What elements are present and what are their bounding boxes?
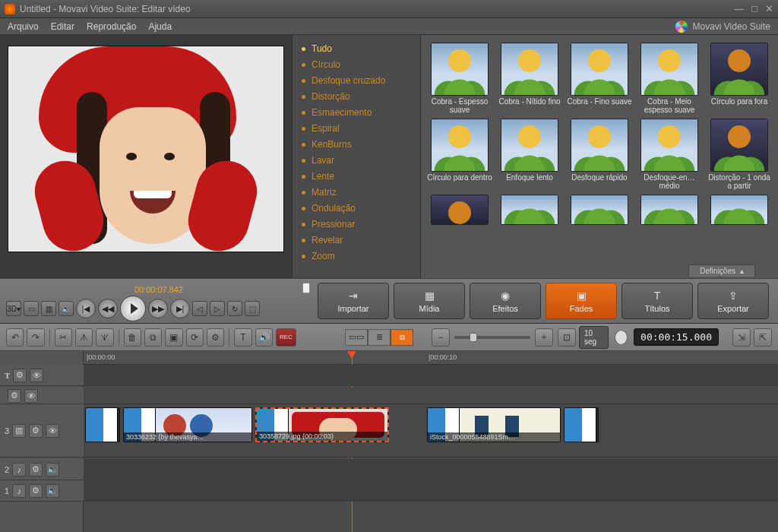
title-tool-button[interactable]: T (234, 328, 251, 347)
zoom-knob[interactable] (470, 333, 477, 342)
fx-tile[interactable]: Círculo para fora (707, 43, 772, 114)
zoom-in-button[interactable]: ＋ (535, 328, 553, 347)
cut-right-button[interactable]: ⩛ (96, 328, 113, 347)
category-zoom[interactable]: Zoom (293, 249, 420, 264)
delete-button[interactable]: 🗑 (124, 328, 141, 347)
track-settings-icon[interactable]: ⚙ (8, 389, 21, 403)
zoom-out-button[interactable]: − (432, 328, 450, 347)
track-visibility-icon[interactable]: 👁 (46, 424, 59, 438)
fx-tile[interactable]: Desfoque-en… médio (637, 119, 702, 190)
category-kenburns[interactable]: KenBurns (293, 137, 420, 153)
seek-knob[interactable] (302, 283, 310, 293)
action-titulos[interactable]: TTítulos (621, 283, 693, 319)
fx-tile[interactable] (497, 195, 562, 225)
category-matriz[interactable]: Matriz (293, 185, 420, 201)
cut-button[interactable]: ✂ (55, 328, 72, 347)
category-distorcao[interactable]: Distorção (293, 89, 420, 105)
category-esmaecimento[interactable]: Esmaecimento (293, 105, 420, 121)
loop-button[interactable]: ↻ (227, 301, 242, 316)
category-revelar[interactable]: Revelar (293, 233, 420, 249)
action-fades[interactable]: ▣Fades (546, 283, 617, 319)
rewind-button[interactable]: ◀◀ (98, 299, 118, 318)
fx-tile[interactable] (427, 195, 492, 225)
play-button[interactable] (120, 296, 146, 321)
cut-left-button[interactable]: ⩚ (75, 328, 93, 347)
zoom-fit-button[interactable]: ⊡ (558, 328, 576, 347)
view-timeline-button[interactable]: ⧈ (391, 329, 413, 346)
track-mute-icon[interactable]: 🔈 (46, 463, 59, 477)
action-efeitos[interactable]: ◉Efeitos (470, 283, 541, 319)
fx-tile[interactable]: Cobra - Espesso suave (427, 43, 492, 114)
minimize-button[interactable]: — (734, 3, 744, 14)
fx-tile[interactable]: Distorção - 1 onda a partir (707, 119, 772, 190)
zoom-slider[interactable] (454, 336, 530, 339)
maximize-button[interactable]: □ (751, 3, 757, 14)
copy-button[interactable]: ⧉ (144, 328, 162, 347)
track-settings-icon[interactable]: ⚙ (29, 463, 43, 477)
menu-arquivo[interactable]: Arquivo (8, 21, 39, 32)
skip-start-button[interactable]: |◀ (76, 299, 96, 318)
menu-editar[interactable]: Editar (51, 21, 74, 32)
fx-tile[interactable]: Círculo para dentro (427, 119, 492, 190)
category-espiral[interactable]: Espiral (293, 121, 420, 137)
action-importar[interactable]: ⇥Importar (318, 283, 389, 319)
audio1-track-lane[interactable] (84, 480, 778, 502)
action-midia[interactable]: ▦Mídia (394, 283, 465, 319)
category-label: KenBurns (312, 138, 352, 151)
action-label: Efeitos (492, 304, 518, 313)
crop-tool-button[interactable]: ▣ (165, 328, 182, 347)
overlay-track-lane[interactable] (84, 388, 778, 404)
crop-button[interactable]: ⬚ (245, 301, 260, 316)
fx-tile[interactable]: Cobra - Meio espesso suave (637, 43, 702, 114)
fx-tile[interactable]: Cobra - Fino suave (567, 43, 632, 114)
fx-tile[interactable]: Enfoque lento (497, 119, 562, 190)
track-settings-icon[interactable]: ⚙ (13, 369, 27, 382)
record-button[interactable]: REC (276, 328, 296, 347)
snap-badge[interactable]: 10 seg (579, 326, 609, 349)
video-track-lane[interactable]: 30336232 (by thevasya… 30358729.jpg (00:… (84, 404, 778, 458)
track-mute-icon[interactable]: 🔈 (46, 484, 59, 498)
view-list-button[interactable]: ≣ (368, 329, 391, 346)
track-visibility-icon[interactable]: 👁 (30, 369, 43, 382)
mode-3d-button[interactable]: 3D▾ (6, 301, 21, 316)
fx-tile[interactable] (567, 195, 632, 225)
preview-frame[interactable] (8, 46, 284, 252)
category-lavar[interactable]: Lavar (293, 153, 420, 169)
category-pressionar[interactable]: Pressionar (293, 217, 420, 233)
volume-button[interactable]: 🔈 (59, 301, 74, 316)
redo-button[interactable]: ↷ (27, 328, 44, 347)
category-desfoque-cruzado[interactable]: Desfoque cruzado (293, 73, 420, 89)
action-exportar[interactable]: ⇪Exportar (697, 283, 769, 319)
menu-reproducao[interactable]: Reprodução (87, 21, 136, 32)
snapshot-button[interactable]: ▭ (24, 301, 39, 316)
next-frame-button[interactable]: ▷ (210, 301, 225, 316)
view-storyboard-button[interactable]: ▭▭ (345, 329, 368, 346)
prev-frame-button[interactable]: ◁ (192, 301, 207, 316)
collapse-tracks-button[interactable]: ⇲ (732, 328, 751, 347)
rotate-button[interactable]: ⟳ (186, 328, 204, 347)
undo-button[interactable]: ↶ (6, 328, 24, 347)
fx-tile[interactable] (637, 195, 702, 225)
track-visibility-icon[interactable]: 👁 (24, 389, 38, 403)
track-settings-icon[interactable]: ⚙ (29, 424, 43, 438)
tab-definicoes[interactable]: Definições▴ (688, 264, 755, 277)
fx-tile[interactable] (707, 195, 772, 225)
close-button[interactable]: ✕ (765, 3, 773, 14)
category-circulo[interactable]: Círculo (293, 57, 420, 73)
film-button[interactable]: ▥ (41, 301, 56, 316)
adjust-button[interactable]: ⚙ (207, 328, 224, 347)
menu-ajuda[interactable]: Ajuda (148, 21, 172, 32)
category-lente[interactable]: Lente (293, 169, 420, 185)
fx-tile[interactable]: Desfoque rápido (567, 119, 632, 190)
audio-tool-button[interactable]: 🔊 (255, 328, 273, 347)
category-tudo[interactable]: Tudo (293, 41, 420, 57)
track-settings-icon[interactable]: ⚙ (29, 484, 43, 498)
skip-end-button[interactable]: ▶| (170, 299, 190, 318)
title-track-lane[interactable] (84, 365, 778, 386)
forward-button[interactable]: ▶▶ (148, 299, 168, 318)
time-ruler[interactable]: |00:00:00 |00:00:10 (84, 351, 778, 365)
audio2-track-lane[interactable] (84, 459, 778, 480)
expand-tracks-button[interactable]: ⇱ (754, 328, 772, 347)
fx-tile[interactable]: Cobra - Nítido fino (497, 43, 562, 114)
category-ondulacao[interactable]: Ondulação (293, 201, 420, 217)
